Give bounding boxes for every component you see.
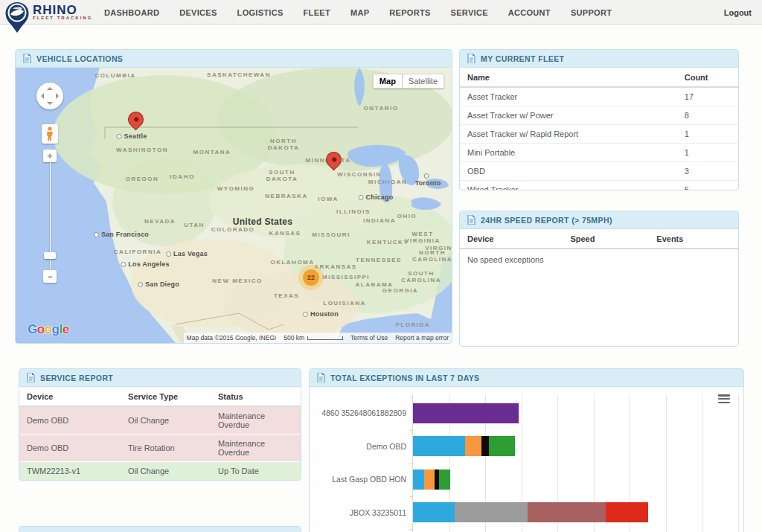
chart-axis-tick (410, 397, 413, 397)
nav-item-dashboard[interactable]: DASHBOARD (104, 8, 159, 17)
fleet-table-row: Mini Portable1 (460, 144, 738, 162)
service-table-row: TWM22213-v1Oil ChangeUp To Date (19, 462, 301, 481)
nav-item-fleet[interactable]: FLEET (304, 8, 330, 17)
pan-down-icon[interactable] (47, 102, 53, 105)
nav-menu: DASHBOARDDEVICESLOGISTICSFLEETMAPREPORTS… (104, 0, 612, 25)
nav-item-map[interactable]: MAP (350, 8, 369, 17)
service-col-status: Status (211, 387, 301, 406)
chart-axis-tick (410, 463, 413, 464)
chart-bar[interactable] (413, 469, 450, 490)
fleet-table-row: Asset Tracker w/ Rapid Report1 (460, 125, 738, 144)
document-icon (27, 373, 35, 382)
fleet-table-row: Asset Tracker17 (460, 87, 738, 106)
speed-col-speed: Speed (563, 229, 649, 249)
nav-item-devices[interactable]: DEVICES (179, 8, 217, 17)
fleet-col-name: Name (460, 68, 677, 87)
pegman-control[interactable] (42, 124, 58, 144)
nav-item-account[interactable]: ACCOUNT (508, 8, 551, 17)
service-report-panel: SERVICE REPORT Device Service Type Statu… (19, 368, 301, 481)
fleet-col-count: Count (677, 68, 738, 87)
chart-axis-tick (410, 496, 413, 497)
chart-bar-segment-maroon[interactable] (528, 502, 606, 522)
chart-gridline (738, 394, 739, 532)
zoom-out-button[interactable]: − (43, 270, 57, 283)
nav-item-service[interactable]: SERVICE (451, 8, 488, 17)
pan-left-icon[interactable] (41, 93, 44, 99)
vehicle-pin-marker[interactable] (323, 149, 345, 171)
chart-bar-segment-blue[interactable] (413, 502, 455, 522)
chart-bar-segment-orange[interactable] (424, 469, 435, 490)
panel-title: 24HR SPEED REPORT (> 75MPH) (481, 216, 612, 225)
zoom-in-button[interactable]: + (43, 150, 57, 162)
logout-link[interactable]: Logout (724, 0, 752, 25)
nav-item-reports[interactable]: REPORTS (389, 8, 430, 17)
chart-bar-segment-green[interactable] (439, 469, 450, 490)
pan-up-icon[interactable] (47, 87, 53, 90)
terms-of-use-link[interactable]: Terms of Use (350, 334, 388, 342)
chart-axis-tick (410, 529, 413, 530)
map-type-map-button[interactable]: Map (373, 74, 403, 89)
exceptions-chart-panel: TOTAL EXCEPTIONS IN LAST 7 DAYS 4860 352… (309, 368, 744, 532)
brand-tagline: FLEET TRACKING (33, 16, 92, 20)
cluster-count: 22 (303, 269, 319, 286)
rhino-logo[interactable]: RHINO FLEET TRACKING (4, 1, 92, 33)
chart-bar-segment-red[interactable] (606, 502, 648, 522)
service-table: Device Service Type Status Demo OBDOil C… (19, 387, 301, 481)
service-col-type: Service Type (121, 387, 211, 406)
chart-bar-segment-gray[interactable] (455, 502, 528, 522)
dashboard-page: RHINO FLEET TRACKING DASHBOARDDEVICESLOG… (0, 0, 762, 532)
chart-plot-area (412, 394, 743, 532)
service-table-row: Demo OBDOil ChangeMaintenance Overdue (19, 406, 301, 435)
service-col-device: Device (19, 387, 121, 406)
service-table-row: TWM-v5Air Filter ChangeUp To Date (19, 481, 301, 481)
service-table-row: Demo OBDTire RotationMaintenance Overdue (19, 435, 301, 462)
nav-item-support[interactable]: SUPPORT (571, 8, 612, 17)
panel-title: SERVICE REPORT (40, 374, 113, 382)
chart-bar-segment-purple[interactable] (413, 403, 519, 423)
exceptions-chart-header: TOTAL EXCEPTIONS IN LAST 7 DAYS (310, 369, 743, 387)
chart-bar[interactable] (413, 502, 648, 522)
chart-bar-segment-black[interactable] (481, 436, 489, 456)
report-map-error-link[interactable]: Report a map error (395, 334, 449, 342)
chart-bar-segment-blue[interactable] (413, 469, 424, 490)
chart-category-label: Demo OBD (310, 442, 406, 451)
vehicle-pin-marker[interactable] (125, 109, 147, 131)
document-icon (317, 373, 325, 382)
map-pan-control[interactable] (36, 83, 63, 109)
chart-axis-tick (410, 430, 413, 431)
chart-bar[interactable] (413, 403, 519, 423)
nav-item-logistics[interactable]: LOGISTICS (237, 8, 284, 17)
panel-title: MY CURRENT FLEET (481, 54, 564, 63)
google-logo[interactable]: Google (28, 322, 69, 337)
next-panel-header-cutoff (19, 526, 301, 532)
chart-bar-segment-orange[interactable] (465, 436, 481, 456)
vehicle-locations-header: VEHICLE LOCATIONS (16, 50, 452, 68)
zoom-slider-handle[interactable] (44, 252, 56, 259)
chart-bar-segment-green[interactable] (489, 436, 515, 456)
vehicle-cluster-marker[interactable]: 22 (298, 265, 324, 290)
scale-bar (307, 336, 343, 340)
chart-bar[interactable] (413, 436, 515, 456)
google-map[interactable]: COLUMBIASASKATCHEWANONTARIOSeattleWASHIN… (16, 68, 452, 343)
exceptions-bar-chart: 4860 352648061882809Demo OBDLast Gasp OB… (310, 387, 743, 532)
rhino-globe-icon (4, 1, 30, 33)
map-type-satellite-button[interactable]: Satellite (403, 74, 444, 89)
panel-title: TOTAL EXCEPTIONS IN LAST 7 DAYS (330, 374, 479, 382)
chart-category-label: JBOX 33235011 (310, 508, 406, 517)
map-attribution: Map data ©2015 Google, INEGI 500 km Term… (184, 333, 452, 343)
fleet-table-row: OBD3 (460, 162, 738, 181)
pan-right-icon[interactable] (56, 93, 59, 99)
fleet-table-row: Asset Tracker w/ Power8 (460, 106, 738, 125)
brand-name: RHINO (33, 4, 92, 16)
no-speed-exceptions-message: No speed exceptions (460, 249, 738, 270)
map-data-text: Map data ©2015 Google, INEGI (187, 334, 277, 342)
pegman-icon (45, 126, 54, 141)
vehicle-locations-panel: VEHICLE LOCATIONS (15, 49, 452, 344)
speed-col-device: Device (460, 229, 563, 249)
fleet-table: Name Count Asset Tracker17Asset Tracker … (460, 68, 738, 190)
speed-report-header: 24HR SPEED REPORT (> 75MPH) (460, 211, 738, 229)
chart-bar-segment-blue[interactable] (413, 436, 465, 456)
speed-col-events: Events (649, 229, 738, 249)
document-icon (23, 54, 31, 63)
chart-category-label: 4860 352648061882809 (310, 408, 406, 417)
